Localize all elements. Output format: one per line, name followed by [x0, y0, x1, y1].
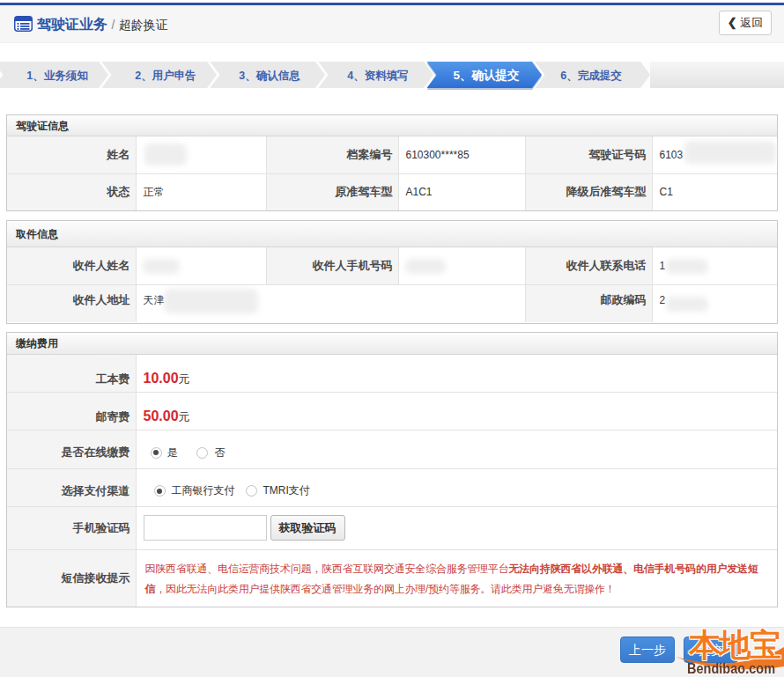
svg-text:4、资料填写: 4、资料填写: [347, 70, 408, 82]
svg-text:2、用户申告: 2、用户申告: [135, 70, 196, 82]
svg-text:1、业务须知: 1、业务须知: [26, 70, 87, 82]
svg-text:6、完成提交: 6、完成提交: [560, 70, 622, 82]
svg-text:3、确认信息: 3、确认信息: [239, 70, 300, 82]
svg-text:5、确认提交: 5、确认提交: [453, 69, 520, 82]
